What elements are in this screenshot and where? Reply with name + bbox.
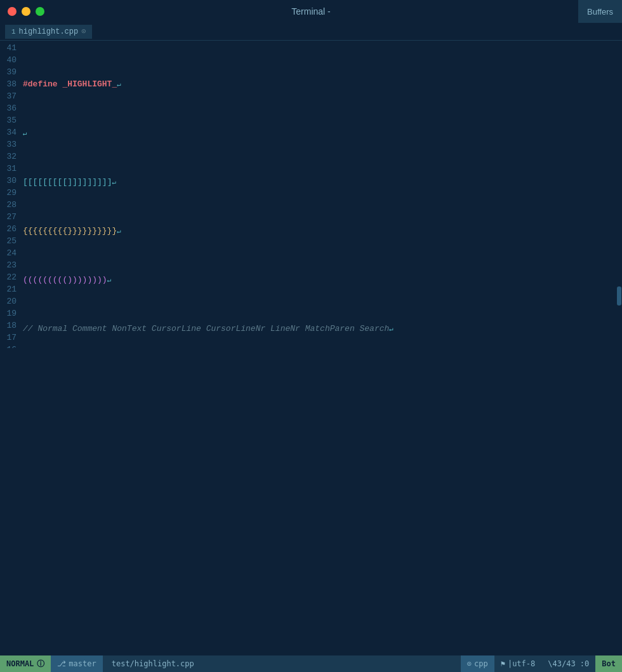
lnum-40: 40 — [0, 54, 17, 66]
tab-circle-icon: ⊙ — [81, 27, 86, 36]
lnum-36: 36 — [0, 102, 17, 114]
code-line-41: #define _HIGHLIGHT_↵ — [23, 78, 616, 91]
mode-icon: ⓘ — [37, 659, 44, 669]
tab-bar: 1 highlight.cpp ⊙ — [0, 23, 622, 41]
lnum-30: 30 — [0, 175, 17, 187]
maximize-button[interactable] — [36, 7, 44, 16]
return-37: ↵ — [107, 276, 112, 284]
lnum-18: 18 — [0, 319, 17, 332]
token-define: #define _HIGHLIGHT_ — [23, 79, 117, 89]
cpp-icon: ⊙ — [467, 659, 472, 668]
git-icon: ⎇ — [57, 659, 66, 668]
token-rn-37: ((((((((()))))))) — [23, 275, 107, 285]
pos-value: 43/43 :0 — [553, 659, 590, 668]
lnum-31: 31 — [0, 163, 17, 175]
lnum-37: 37 — [0, 90, 17, 102]
lnum-20: 20 — [0, 295, 17, 307]
code-line-39: [[[[[[[[[]]]]]]]]]↵ — [23, 176, 616, 189]
status-position: \ 43/43 :0 — [541, 655, 595, 672]
lnum-34: 34 — [0, 126, 17, 138]
status-mode: NORMAL ⓘ — [0, 655, 51, 672]
lnum-21: 21 — [0, 283, 17, 295]
editor-area: 41 40 39 38 37 36 35 34 33 32 31 30 29 2… — [0, 41, 622, 348]
return-38: ↵ — [117, 227, 121, 235]
tab-highlight-cpp[interactable]: 1 highlight.cpp ⊙ — [5, 25, 92, 39]
window-title: Terminal - — [291, 6, 330, 17]
scrollbar[interactable] — [616, 41, 622, 348]
status-bot: Bot — [595, 655, 622, 672]
bottom-area — [0, 348, 622, 655]
return-39: ↵ — [112, 178, 116, 186]
lnum-41: 41 — [0, 42, 17, 54]
code-line-37: ((((((((())))))))↵ — [23, 274, 616, 286]
tab-filename: highlight.cpp — [19, 27, 79, 36]
token-comment-36: // Normal Comment NonText CursorLine Cur… — [23, 324, 389, 333]
scrollbar-thumb[interactable] — [617, 286, 621, 306]
lnum-29: 29 — [0, 187, 17, 199]
return-40: ↵ — [23, 130, 27, 137]
lnum-27: 27 — [0, 211, 17, 223]
buffers-button[interactable]: Buffers — [578, 0, 622, 23]
minimize-button[interactable] — [22, 7, 30, 16]
code-line-36: // Normal Comment NonText CursorLine Cur… — [23, 323, 616, 335]
lnum-25: 25 — [0, 235, 17, 247]
lnum-17: 17 — [0, 332, 17, 344]
utf-label: |utf-8 — [508, 659, 535, 668]
code-content: #define _HIGHLIGHT_↵ ↵ [[[[[[[[[]]]]]]]]… — [20, 41, 616, 348]
traffic-lights — [8, 7, 44, 16]
title-bar: Terminal - Buffers — [0, 0, 622, 23]
pos-slash: \ — [548, 659, 552, 668]
token-sq-39b: ]]]]]]]]] — [67, 177, 112, 187]
lnum-38: 38 — [0, 78, 17, 90]
bot-label: Bot — [602, 659, 616, 668]
status-git: ⎇ master — [51, 655, 102, 672]
token-cu-38: {{{{{{{{{}}}}}}}}}} — [23, 226, 117, 236]
lnum-33: 33 — [0, 138, 17, 151]
lnum-16: 16 — [0, 344, 17, 348]
status-cpp: ⊙ cpp — [461, 655, 494, 672]
return-41: ↵ — [117, 81, 121, 88]
status-utf: ⚑ |utf-8 — [494, 655, 542, 672]
lnum-22: 22 — [0, 271, 17, 283]
lnum-35: 35 — [0, 114, 17, 126]
cpp-label: cpp — [474, 659, 488, 668]
utf-icon: ⚑ — [501, 659, 505, 668]
token-sq-39: [[[[[[[[[ — [23, 177, 67, 187]
line-numbers: 41 40 39 38 37 36 35 34 33 32 31 30 29 2… — [0, 41, 20, 348]
status-right: ⊙ cpp ⚑ |utf-8 \ 43/43 :0 Bot — [461, 655, 622, 672]
lnum-19: 19 — [0, 307, 17, 319]
lnum-32: 32 — [0, 151, 17, 163]
lnum-24: 24 — [0, 247, 17, 259]
status-bar: NORMAL ⓘ ⎇ master test/highlight.cpp ⊙ c… — [0, 655, 622, 672]
git-branch: master — [69, 659, 96, 668]
lnum-23: 23 — [0, 259, 17, 271]
status-file: test/highlight.cpp — [103, 659, 203, 668]
lnum-28: 28 — [0, 199, 17, 211]
return-36: ↵ — [389, 325, 394, 333]
code-line-40: ↵ — [23, 127, 616, 140]
tab-icon: 1 — [11, 28, 16, 36]
mode-label: NORMAL — [6, 659, 34, 668]
lnum-39: 39 — [0, 66, 17, 78]
code-line-38: {{{{{{{{{}}}}}}}}}}↵ — [23, 225, 616, 238]
close-button[interactable] — [8, 7, 17, 16]
lnum-26: 26 — [0, 223, 17, 235]
